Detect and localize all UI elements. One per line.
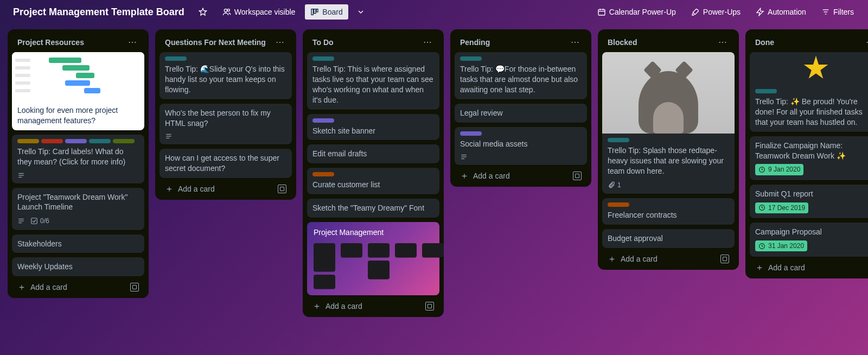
list-title[interactable]: Done — [755, 38, 774, 47]
add-card-button[interactable]: ＋ Add a card — [307, 297, 439, 313]
svg-rect-5 — [317, 9, 318, 12]
card[interactable]: Who's the best person to fix my HTML sna… — [159, 104, 292, 145]
list-menu-button[interactable]: ⋯ — [716, 37, 729, 48]
card[interactable]: Budget approval — [602, 229, 735, 248]
card-title: Looking for even more project management… — [17, 105, 139, 126]
card[interactable]: Sketch site banner — [307, 114, 439, 141]
add-card-button[interactable]: ＋ Add a card — [455, 167, 587, 182]
card-template-icon[interactable] — [573, 172, 582, 180]
list-menu-button[interactable]: ⋯ — [421, 37, 434, 48]
card-title: Project "Teamwork Dream Work" Launch Tim… — [17, 192, 139, 213]
card[interactable]: Legal review — [455, 104, 587, 123]
automation-button[interactable]: Automation — [750, 4, 812, 20]
card[interactable]: Weekly Updates — [12, 257, 144, 276]
list[interactable]: Questions For Next Meeting ⋯ Trello Tip:… — [155, 29, 296, 200]
label-teal[interactable] — [460, 56, 482, 61]
card[interactable]: Trello Tip: This is where assigned tasks… — [307, 52, 439, 110]
label-teal[interactable] — [89, 139, 111, 143]
due-date-badge[interactable]: 31 Jan 2020 — [755, 240, 807, 251]
card[interactable]: Trello Tip: 💬For those in-between tasks … — [455, 52, 587, 99]
list[interactable]: To Do ⋯ Trello Tip: This is where assign… — [303, 29, 444, 317]
card[interactable]: Sketch the "Teamy Dreamy" Font — [307, 199, 439, 218]
card[interactable]: Trello Tip: Card labels! What do they me… — [12, 135, 144, 183]
label-purple[interactable] — [460, 131, 482, 136]
label-yellow[interactable] — [17, 139, 39, 143]
view-switch-chevron[interactable] — [353, 4, 369, 20]
card[interactable]: Project "Teamwork Dream Work" Launch Tim… — [12, 188, 144, 230]
list-title[interactable]: Pending — [460, 38, 490, 47]
powerups-button[interactable]: Power-Ups — [686, 4, 746, 20]
label-red[interactable] — [41, 139, 63, 143]
due-date-badge[interactable]: 17 Dec 2019 — [755, 202, 808, 213]
add-card-button[interactable]: ＋ Add a card — [750, 259, 868, 274]
card-template-icon[interactable] — [278, 185, 286, 193]
list-menu-button[interactable]: ⋯ — [864, 37, 868, 48]
svg-rect-6 — [598, 9, 605, 15]
card-template-icon[interactable] — [130, 283, 139, 291]
plus-icon: ＋ — [755, 263, 764, 272]
add-card-button[interactable]: ＋ Add a card — [159, 180, 292, 195]
label-teal[interactable] — [312, 56, 334, 61]
label-purple[interactable] — [65, 139, 87, 143]
card[interactable]: Social media assets — [455, 127, 587, 166]
add-card-button[interactable]: ＋ Add a card — [602, 250, 735, 265]
card-template-icon[interactable] — [720, 255, 729, 263]
plus-icon: ＋ — [165, 185, 174, 193]
card-title: Trello Tip: ✨ Be proud! You're done! For… — [755, 97, 868, 128]
plus-icon: ＋ — [312, 302, 321, 310]
list-title[interactable]: Project Resources — [17, 38, 84, 47]
description-icon — [17, 217, 25, 225]
card-title: Trello Tip: 💬For those in-between tasks … — [460, 64, 582, 95]
label-green[interactable] — [113, 139, 135, 143]
card[interactable]: Submit Q1 report 17 Dec 2019 — [750, 185, 868, 218]
card-template-icon[interactable] — [425, 302, 434, 310]
add-card-button[interactable]: ＋ Add a card — [12, 278, 144, 294]
label-orange[interactable] — [312, 172, 334, 176]
list-title[interactable]: Blocked — [608, 38, 637, 47]
list-menu-button[interactable]: ⋯ — [273, 37, 286, 48]
board-title[interactable]: Project Management Template Board — [9, 4, 189, 20]
list-title[interactable]: Questions For Next Meeting — [165, 38, 266, 47]
list[interactable]: Project Resources ⋯ Looking for even mor… — [8, 29, 149, 298]
board-view-button[interactable]: Board — [305, 4, 348, 20]
list[interactable]: Blocked ⋯ Trello Tip: Splash those redta… — [598, 29, 739, 270]
card[interactable]: How can I get access to the super secret… — [159, 149, 292, 178]
filter-icon — [821, 8, 830, 16]
label-orange[interactable] — [608, 202, 629, 207]
workspace-visibility-button[interactable]: Workspace visible — [217, 4, 301, 20]
card[interactable]: Curate customer list — [307, 168, 439, 194]
list[interactable]: Pending ⋯ Trello Tip: 💬For those in-betw… — [450, 29, 591, 187]
card-title: Finalize Campaign Name: Teamwork Dream W… — [755, 141, 868, 161]
list-menu-button[interactable]: ⋯ — [569, 37, 582, 48]
card-list: Trello Tip: This is where assigned tasks… — [307, 52, 439, 295]
mini-board-preview — [314, 243, 433, 289]
board-canvas[interactable]: Project Resources ⋯ Looking for even mor… — [0, 24, 868, 355]
card[interactable]: Campaign Proposal 31 Jan 2020 — [750, 223, 868, 256]
label-teal[interactable] — [755, 89, 777, 93]
card-title: Social media assets — [460, 139, 582, 149]
list[interactable]: Done ⋯ Trello Tip: ✨ Be proud! You're do… — [745, 29, 868, 278]
card[interactable]: Finalize Campaign Name: Teamwork Dream W… — [750, 136, 868, 180]
card-labels — [312, 172, 434, 176]
list-menu-button[interactable]: ⋯ — [126, 37, 139, 48]
automation-label: Automation — [768, 8, 806, 16]
card[interactable]: Project Management — [307, 222, 439, 295]
bolt-icon — [756, 8, 764, 16]
card[interactable]: Edit email drafts — [307, 144, 439, 163]
label-teal[interactable] — [165, 56, 187, 61]
star-board-button[interactable] — [193, 4, 213, 20]
powerups-label: Power-Ups — [703, 8, 741, 16]
card[interactable]: Stakeholders — [12, 234, 144, 253]
label-teal[interactable] — [608, 138, 629, 142]
card[interactable]: Trello Tip: 🌊Slide your Q's into this ha… — [159, 52, 292, 99]
card[interactable]: Looking for even more project management… — [12, 52, 144, 130]
list-title[interactable]: To Do — [312, 38, 334, 47]
card[interactable]: Trello Tip: Splash those redtape-heavy i… — [602, 52, 735, 194]
card-title: Budget approval — [608, 233, 729, 244]
label-purple[interactable] — [312, 118, 334, 123]
due-date-badge[interactable]: 9 Jan 2020 — [755, 164, 803, 175]
card[interactable]: Freelancer contracts — [602, 198, 735, 225]
calendar-powerup-button[interactable]: Calendar Power-Up — [592, 4, 681, 20]
card[interactable]: Trello Tip: ✨ Be proud! You're done! For… — [750, 52, 868, 132]
filters-button[interactable]: Filters — [816, 4, 859, 20]
